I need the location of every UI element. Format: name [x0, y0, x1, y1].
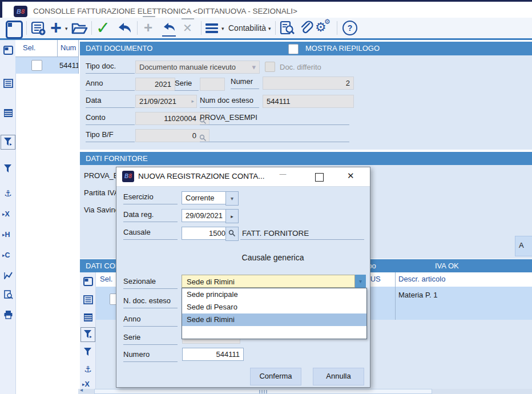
goto-h-icon[interactable]: ▸H [2, 231, 10, 239]
revert-row-button[interactable] [162, 22, 177, 34]
app-logo-icon: B8 [14, 6, 27, 17]
data-reg-calendar-button[interactable]: ▸ [225, 209, 239, 223]
sezionale-dropdown-list: Sede principale Sede di Pesaro Sede di R… [182, 288, 367, 339]
results-table-row[interactable]: 54411 [15, 57, 79, 74]
row-number: 54411 [59, 61, 79, 70]
corpo-col-sel: Sel. [100, 275, 112, 283]
layout-panel-icon[interactable] [3, 46, 13, 56]
attachment-button[interactable] [299, 21, 314, 37]
data-field[interactable]: 21/09/2021 ▸ [135, 95, 197, 108]
help-button[interactable]: ? [342, 21, 357, 35]
new-list-button[interactable] [31, 21, 47, 38]
dropdown-option-sede-di-pesaro[interactable]: Sede di Pesaro [182, 301, 366, 313]
title-bar: B8 CONSOLLE FATTURAZIONE ELETTRONICA <DI… [2, 2, 532, 18]
dati-documento-body: Tipo doc. Documento manuale ricevuto ▾ D… [80, 55, 532, 150]
modal-anno-label: Anno [123, 315, 178, 327]
corpo-layout-panel-icon[interactable] [83, 277, 93, 287]
doc-differito-checkbox [265, 62, 275, 72]
results-col-num: Num [61, 43, 76, 52]
tipo-bf-label: Tipo B/F [86, 130, 135, 142]
numero-label: Numer [231, 77, 259, 89]
app-title: CONSOLLE FATTURAZIONE ELETTRONICA <DITTA… [33, 7, 297, 15]
open-folder-button[interactable] [71, 22, 88, 37]
confirm-button[interactable]: ✓ [96, 18, 110, 38]
add-button[interactable]: + [50, 17, 62, 39]
data-reg-label: Data reg. [123, 210, 178, 222]
corpo-col-descr: Descr. articolo [398, 275, 445, 283]
corpo-filter-goto-icon[interactable] [83, 329, 93, 340]
toggle-sidebar-dot [8, 23, 12, 27]
dati-documento-header: DATI DOCUMENTO MOSTRA RIEPILOGO [80, 42, 532, 55]
results-col-sel: Sel. [23, 43, 35, 52]
esercizio-dropdown-button[interactable]: ▾ [225, 191, 239, 206]
modal-numero-field[interactable]: 544111 [182, 348, 244, 361]
causale-label: Causale [123, 228, 178, 240]
menu-button[interactable] [205, 22, 218, 35]
dropdown-option-sede-principale[interactable]: Sede principale [182, 288, 366, 301]
esercizio-field[interactable]: Corrente [182, 191, 229, 204]
dropdown-option-sede-di-rimini[interactable]: Sede di Rimini [182, 313, 366, 326]
dati-documento-title: DATI DOCUMENTO [86, 44, 152, 53]
causale-search-button[interactable] [225, 227, 239, 241]
scrollbar-left-arrow-icon[interactable]: ◂ [80, 387, 83, 393]
num-doc-esteso-label: Num doc esteso [200, 96, 259, 108]
sezionale-label: Sezionale [123, 277, 178, 289]
numero-field: 2 [263, 77, 354, 90]
print-icon[interactable] [3, 310, 13, 320]
corpo-goto-x-icon[interactable]: ▸X [82, 380, 90, 388]
data-reg-field[interactable]: 29/09/2021 [182, 209, 229, 222]
serie-label: Serie [175, 79, 199, 91]
corpo-list-view-icon[interactable] [83, 295, 93, 305]
conferma-button[interactable]: Conferma [250, 368, 301, 385]
tipo-doc-caret-icon: ▾ [252, 61, 256, 73]
sezionale-dropdown-button[interactable]: ▾ [355, 275, 366, 288]
num-doc-esteso-field: 544111 [263, 95, 354, 108]
settings-gear-small-icon: ⚙ [324, 18, 331, 26]
conto-desc: PROVA_ESEMPI [200, 113, 349, 125]
dialog-maximize-button[interactable] [315, 173, 324, 182]
sezionale-field[interactable]: Sede di Rimini [182, 275, 355, 288]
corpo-cell-descr: Materia P. 1 [398, 291, 437, 299]
row-checkbox[interactable] [31, 60, 42, 71]
scrollbar-thumb[interactable] [94, 389, 432, 394]
contabilita-caret-icon: ▾ [268, 26, 271, 31]
mostra-riepilogo-label: MOSTRA RIEPILOGO [305, 44, 380, 53]
goto-c-icon[interactable]: ▸C [2, 251, 10, 259]
app-window: B8 CONSOLLE FATTURAZIONE ELETTRONICA <DI… [0, 0, 532, 394]
fornitore-address: Via Savino [84, 206, 119, 214]
partita-iva-label: Partita IVA [84, 188, 119, 197]
filter-goto-icon[interactable] [3, 137, 13, 147]
annulla-button[interactable]: Annulla [313, 368, 364, 385]
iva-ok-col-header: IVA OK [435, 262, 459, 270]
undo-button[interactable] [116, 22, 132, 36]
horizontal-scrollbar[interactable]: ◂ [78, 389, 532, 394]
toggle-sidebar-button[interactable] [6, 21, 23, 39]
grid-view-icon[interactable] [3, 108, 13, 119]
modal-serie-label: Serie [123, 333, 178, 345]
corpo-filter-icon[interactable] [83, 347, 93, 357]
list-view-icon[interactable] [3, 79, 13, 89]
filter-icon[interactable] [3, 164, 13, 174]
mostra-riepilogo-checkbox[interactable] [288, 44, 299, 54]
conto-field[interactable]: 11020004 [135, 112, 209, 125]
fornitore-name: PROVA_E [84, 171, 118, 180]
goto-x-icon[interactable]: ▸X [2, 210, 10, 218]
side-partial-button[interactable]: A [515, 236, 532, 256]
chart-icon[interactable] [3, 271, 13, 281]
add-menu-caret-icon[interactable]: ▾ [65, 26, 68, 31]
contabilita-menu[interactable]: Contabilità [228, 23, 266, 33]
dati-fornitore-header: DATI FORNITORE [80, 152, 532, 165]
causale-field[interactable]: 1500 [182, 227, 229, 240]
dialog-title: NUOVA REGISTRAZIONE CONTA... [138, 172, 265, 180]
results-table-header: Sel. Num [15, 40, 79, 57]
corpo-anchor-icon[interactable]: ⚓ [83, 364, 93, 375]
data-calendar-arrow-icon[interactable]: ▸ [191, 95, 194, 107]
anchor-icon[interactable]: ⚓ [3, 188, 13, 199]
dialog-close-button[interactable]: ✕ [347, 171, 354, 181]
preview-icon[interactable] [3, 290, 13, 300]
corpo-grid-view-icon[interactable] [83, 313, 93, 323]
settings-gear-icon[interactable]: ⚙⚙ [315, 20, 327, 34]
tipo-bf-field[interactable]: 0 [135, 129, 209, 142]
document-search-button[interactable] [280, 21, 296, 37]
dialog-minimize-button[interactable]: — [279, 170, 287, 178]
